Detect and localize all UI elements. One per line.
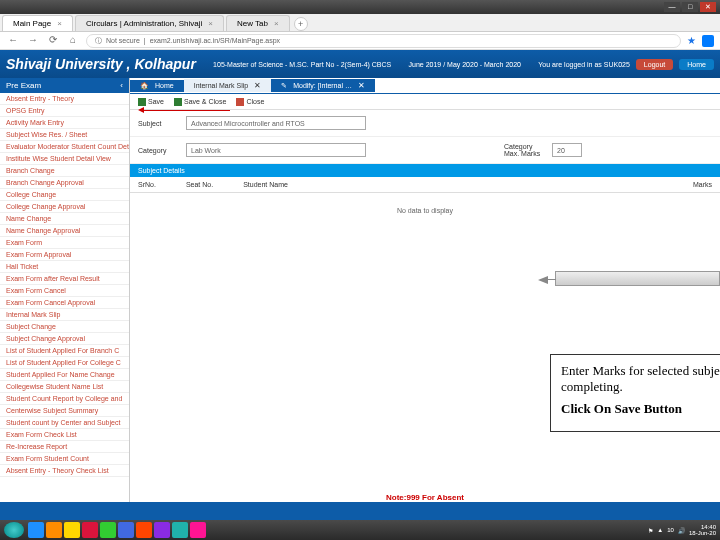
collapse-icon[interactable]: ‹ xyxy=(120,81,123,90)
close-icon[interactable]: ✕ xyxy=(358,81,365,90)
reload-button[interactable]: ⟳ xyxy=(46,34,60,48)
sidebar-item[interactable]: OPSG Entry xyxy=(0,105,129,117)
sidebar-item[interactable]: Subject Wise Res. / Sheet xyxy=(0,129,129,141)
tray-flag-icon[interactable]: ⚑ xyxy=(648,527,653,534)
sidebar-item[interactable]: Student Applied For Name Change xyxy=(0,369,129,381)
sidebar-item[interactable]: Exam Form Approval xyxy=(0,249,129,261)
sidebar-item[interactable]: Activity Mark Entry xyxy=(0,117,129,129)
sidebar-item[interactable]: Collegewise Student Name List xyxy=(0,381,129,393)
home-button[interactable]: ⌂ xyxy=(66,34,80,48)
taskbar-app-icon[interactable] xyxy=(64,522,80,538)
tab-home[interactable]: 🏠 Home xyxy=(130,80,184,92)
bookmark-star-icon[interactable]: ★ xyxy=(687,35,696,46)
tab-internal-mark-slip[interactable]: Internal Mark Slip ✕ xyxy=(184,79,271,92)
taskbar-app-icon[interactable] xyxy=(136,522,152,538)
close-icon xyxy=(236,98,244,106)
sidebar-item[interactable]: Exam Form Student Count xyxy=(0,453,129,465)
close-button[interactable]: Close xyxy=(236,98,264,106)
subject-field[interactable]: Advanced Microcontroller and RTOS xyxy=(186,116,366,130)
sidebar-item[interactable]: List of Student Applied For Branch C xyxy=(0,345,129,357)
tab-modify-internal[interactable]: ✎ Modify: [Internal … ✕ xyxy=(271,79,375,92)
absent-note: Note:999 For Absent xyxy=(386,493,464,502)
sidebar-item[interactable]: Student Count Report by College and xyxy=(0,393,129,405)
browser-tabbar: Main Page× Circulars | Administration, S… xyxy=(0,14,720,32)
close-icon[interactable]: ✕ xyxy=(254,81,261,90)
button-label: Close xyxy=(246,98,264,105)
taskbar-app-icon[interactable] xyxy=(100,522,116,538)
save-close-button[interactable]: Save & Close xyxy=(174,98,226,106)
sidebar-item[interactable]: Evaluator Moderator Student Count Detail… xyxy=(0,141,129,153)
sidebar-item[interactable]: Centerwise Subject Summary xyxy=(0,405,129,417)
col-student: Student Name xyxy=(243,181,288,188)
minimize-button[interactable]: — xyxy=(664,2,680,12)
sidebar-item[interactable]: Name Change xyxy=(0,213,129,225)
sidebar-item[interactable]: Absent Entry - Theory Check List xyxy=(0,465,129,477)
sidebar-item[interactable]: Subject Change xyxy=(0,321,129,333)
catmax-label: Category Max. Marks xyxy=(504,143,544,157)
toolbar: Save Save & Close Close xyxy=(130,94,720,110)
sidebar-item[interactable]: Branch Change xyxy=(0,165,129,177)
sidebar-item[interactable]: Exam Form Cancel xyxy=(0,285,129,297)
tray-count: 10 xyxy=(667,527,674,533)
col-srno: SrNo. xyxy=(138,181,156,188)
forward-button[interactable]: → xyxy=(26,34,40,48)
sidebar-item[interactable]: Re-Increase Report xyxy=(0,441,129,453)
new-tab-button[interactable]: + xyxy=(294,17,308,31)
taskbar-app-icon[interactable] xyxy=(82,522,98,538)
table-header: SrNo. Seat No. Student Name Marks xyxy=(130,177,720,193)
close-icon[interactable]: × xyxy=(274,19,279,28)
tray-up-icon[interactable]: ▲ xyxy=(657,527,663,533)
sidebar-item[interactable]: Hall Ticket xyxy=(0,261,129,273)
sidebar-item[interactable]: Exam Form Check List xyxy=(0,429,129,441)
address-bar[interactable]: ⓘ Not secure | exam2.unishivaji.ac.in/SR… xyxy=(86,34,681,48)
category-label: Category xyxy=(138,147,178,154)
tray-vol-icon[interactable]: 🔊 xyxy=(678,527,685,534)
browser-tab-main[interactable]: Main Page× xyxy=(2,15,73,31)
taskbar-app-icon[interactable] xyxy=(46,522,62,538)
catmax-field[interactable]: 20 xyxy=(552,143,582,157)
logout-button[interactable]: Logout xyxy=(636,59,673,70)
back-button[interactable]: ← xyxy=(6,34,20,48)
taskbar-app-icon[interactable] xyxy=(28,522,44,538)
browser-tab-circulars[interactable]: Circulars | Administration, Shivaji× xyxy=(75,15,224,31)
sidebar-header[interactable]: Pre Exam ‹ xyxy=(0,78,129,93)
tab-label: Home xyxy=(155,82,174,89)
tab-label: New Tab xyxy=(237,19,268,28)
sidebar-item[interactable]: Name Change Approval xyxy=(0,225,129,237)
window-close-button[interactable]: ✕ xyxy=(700,2,716,12)
section-header: Subject Details xyxy=(130,164,720,177)
callout-line1: Enter Marks for selected subject after c… xyxy=(561,363,720,395)
instruction-callout: Enter Marks for selected subject after c… xyxy=(550,354,720,432)
category-field[interactable]: Lab Work xyxy=(186,143,366,157)
sidebar-item[interactable]: College Change Approval xyxy=(0,201,129,213)
sidebar-item[interactable]: Student count by Center and Subject xyxy=(0,417,129,429)
save-button[interactable]: Save xyxy=(138,98,164,106)
save-icon xyxy=(138,98,146,106)
taskbar-app-icon[interactable] xyxy=(190,522,206,538)
sidebar-item[interactable]: Exam Form xyxy=(0,237,129,249)
sidebar-item[interactable]: Subject Change Approval xyxy=(0,333,129,345)
start-button[interactable] xyxy=(4,522,24,538)
tab-label: Main Page xyxy=(13,19,51,28)
browser-tab-newtab[interactable]: New Tab× xyxy=(226,15,290,31)
taskbar-app-icon[interactable] xyxy=(118,522,134,538)
close-icon[interactable]: × xyxy=(208,19,213,28)
sidebar-item[interactable]: Exam Form after Reval Result xyxy=(0,273,129,285)
sidebar-item[interactable]: Branch Change Approval xyxy=(0,177,129,189)
sidebar-item[interactable]: List of Student Applied For College C xyxy=(0,357,129,369)
taskbar: ⚑ ▲ 10 🔊 14:40 18-Jun-20 xyxy=(0,520,720,540)
close-icon[interactable]: × xyxy=(57,19,62,28)
callout-line2: Click On Save Button xyxy=(561,401,720,417)
taskbar-app-icon[interactable] xyxy=(154,522,170,538)
tray-date: 18-Jun-20 xyxy=(689,530,716,536)
sidebar-item[interactable]: Internal Mark Slip xyxy=(0,309,129,321)
sidebar-item[interactable]: Absent Entry - Theory xyxy=(0,93,129,105)
col-marks: Marks xyxy=(693,181,712,188)
maximize-button[interactable]: □ xyxy=(682,2,698,12)
taskbar-app-icon[interactable] xyxy=(172,522,188,538)
sidebar-item[interactable]: College Change xyxy=(0,189,129,201)
sidebar-item[interactable]: Exam Form Cancel Approval xyxy=(0,297,129,309)
extension-icon[interactable] xyxy=(702,35,714,47)
sidebar-item[interactable]: Institute Wise Student Detail View xyxy=(0,153,129,165)
home-button-top[interactable]: Home xyxy=(679,59,714,70)
